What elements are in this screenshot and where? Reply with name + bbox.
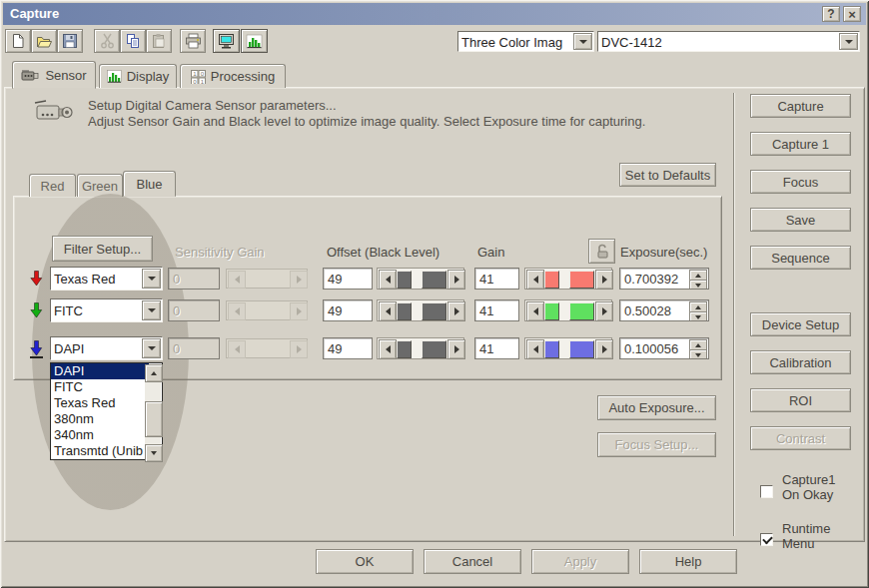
tab-sensor[interactable]: Sensor — [12, 61, 96, 89]
filter-value-row2: FITC — [54, 301, 142, 321]
exposure-field-row2[interactable]: 0.50028 — [619, 299, 709, 321]
offset-slider-row1[interactable] — [377, 268, 464, 290]
slider-thumb[interactable] — [422, 302, 446, 320]
apply-button[interactable]: Apply — [531, 549, 629, 574]
scroll-thumb[interactable] — [145, 401, 163, 437]
slider-left-button[interactable] — [379, 270, 397, 290]
sensitivity-field-row1[interactable]: 0 — [168, 268, 220, 290]
checkmark-icon — [762, 534, 773, 545]
scroll-up-button[interactable] — [145, 364, 163, 382]
help-button-footer[interactable]: Help — [639, 549, 737, 574]
sensitivity-field-row2[interactable]: 0 — [168, 299, 220, 321]
runtime-menu-checkbox[interactable] — [760, 533, 773, 546]
filter-combobox-row2[interactable]: FITC — [50, 298, 163, 322]
tab-processing[interactable]: 1001 Processing — [180, 64, 286, 88]
offset-field-row2[interactable]: 49 — [323, 299, 373, 321]
new-button[interactable] — [5, 29, 31, 53]
dropdown-item-340nm[interactable]: 340nm — [51, 427, 149, 443]
slider-thumb[interactable] — [569, 340, 594, 358]
print-button[interactable] — [180, 29, 206, 53]
save-button-toolbar[interactable] — [57, 29, 83, 53]
capture1-on-okay-label[interactable]: Capture1 On Okay — [782, 472, 835, 502]
slider-thumb[interactable] — [569, 271, 594, 289]
slider-right-button — [290, 271, 308, 289]
histogram-view-button[interactable] — [241, 29, 268, 53]
column-exposure: Exposure(sec.) — [620, 245, 707, 260]
dropdown-item-texas-red[interactable]: Texas Red — [51, 395, 149, 411]
column-gain: Gain — [477, 245, 504, 260]
slider-left-button — [228, 271, 246, 289]
slider-thumb[interactable] — [422, 271, 446, 289]
dropdown-item-transmtd[interactable]: Transmtd (Unib — [51, 443, 149, 459]
camera-dropdown-button[interactable] — [839, 33, 858, 50]
imaging-mode-combobox[interactable]: Three Color Imag — [457, 31, 594, 52]
camera-combobox[interactable]: DVC-1412 — [597, 31, 860, 52]
save-button[interactable]: Save — [750, 208, 851, 232]
filter-combobox-row1[interactable]: Texas Red — [50, 267, 163, 291]
exposure-field-row1[interactable]: 0.700392 — [619, 268, 709, 290]
filter-value-row1: Texas Red — [54, 270, 142, 290]
offset-field-row1[interactable]: 49 — [323, 268, 373, 290]
auto-exposure-button[interactable]: Auto Exposure... — [597, 395, 716, 420]
monitor-view-button[interactable] — [213, 29, 240, 53]
dropdown-item-fitc[interactable]: FITC — [51, 379, 149, 395]
slider-thumb[interactable] — [422, 340, 446, 358]
filter-dropdown-button-row1[interactable] — [142, 269, 161, 289]
runtime-menu-label[interactable]: Runtime Menu — [782, 521, 830, 551]
ok-button[interactable]: OK — [316, 549, 414, 574]
calibration-button[interactable]: Calibration — [750, 350, 851, 374]
window-title: Capture — [10, 6, 59, 21]
gain-field-row2[interactable]: 41 — [474, 299, 519, 321]
offset-slider-row3[interactable] — [377, 337, 464, 359]
offset-field-row3[interactable]: 49 — [323, 337, 373, 359]
spinner-down-button[interactable] — [689, 280, 707, 290]
exposure-field-row3[interactable]: 0.100056 — [619, 337, 709, 359]
chevron-down-icon — [148, 277, 156, 285]
gain-slider-row2[interactable] — [524, 299, 612, 321]
filter-value-row3: DAPI — [54, 339, 142, 359]
dropdown-item-dapi[interactable]: DAPI — [51, 363, 149, 379]
tab-red[interactable]: Red — [29, 174, 76, 197]
dropdown-item-380nm[interactable]: 380nm — [51, 411, 149, 427]
filter-combobox-row3[interactable]: DAPI — [50, 336, 163, 360]
spinner-down-button[interactable] — [689, 311, 707, 321]
capture-button[interactable]: Capture — [750, 94, 851, 118]
open-button[interactable] — [31, 29, 57, 53]
column-offset: Offset (Black Level) — [327, 245, 439, 260]
cut-button[interactable] — [94, 29, 120, 53]
filter-setup-button[interactable]: Filter Setup... — [52, 236, 153, 262]
set-to-defaults-button[interactable]: Set to Defaults — [619, 163, 716, 187]
paste-button[interactable] — [146, 29, 172, 53]
offset-slider-row2[interactable] — [377, 299, 464, 321]
tab-display[interactable]: Display — [99, 64, 177, 88]
roi-button[interactable]: ROI — [750, 388, 851, 412]
slider-left-button[interactable] — [526, 270, 544, 290]
gain-slider-row1[interactable] — [524, 268, 612, 290]
gain-slider-row3[interactable] — [524, 337, 612, 359]
exposure-lock-button[interactable] — [588, 239, 615, 264]
gain-field-row1[interactable]: 41 — [474, 268, 519, 290]
help-button[interactable]: ? — [822, 6, 840, 22]
scroll-down-button[interactable] — [145, 444, 163, 462]
contrast-button[interactable]: Contrast — [750, 426, 851, 450]
device-setup-button[interactable]: Device Setup — [750, 312, 851, 336]
tab-blue[interactable]: Blue — [123, 171, 176, 197]
slider-right-button[interactable] — [595, 270, 613, 290]
capture1-on-okay-checkbox[interactable] — [760, 485, 773, 498]
slider-thumb[interactable] — [569, 302, 594, 320]
copy-button[interactable] — [120, 29, 146, 53]
close-button[interactable]: × — [843, 6, 861, 22]
focus-button[interactable]: Focus — [750, 170, 851, 194]
gain-field-row3[interactable]: 41 — [474, 337, 519, 359]
sequence-button[interactable]: Sequence — [750, 246, 851, 270]
filter-dropdown-button-row2[interactable] — [142, 300, 161, 320]
sensitivity-field-row3[interactable]: 0 — [168, 337, 220, 359]
dropdown-scrollbar[interactable] — [145, 364, 161, 458]
imaging-mode-dropdown-button[interactable] — [573, 33, 592, 50]
filter-dropdown-button-row3[interactable] — [142, 338, 161, 358]
cancel-button[interactable]: Cancel — [424, 549, 521, 574]
slider-right-button[interactable] — [447, 270, 465, 290]
focus-setup-button[interactable]: Focus Setup... — [597, 432, 716, 457]
capture1-button[interactable]: Capture 1 — [750, 132, 851, 156]
spinner-down-button[interactable] — [689, 349, 707, 359]
